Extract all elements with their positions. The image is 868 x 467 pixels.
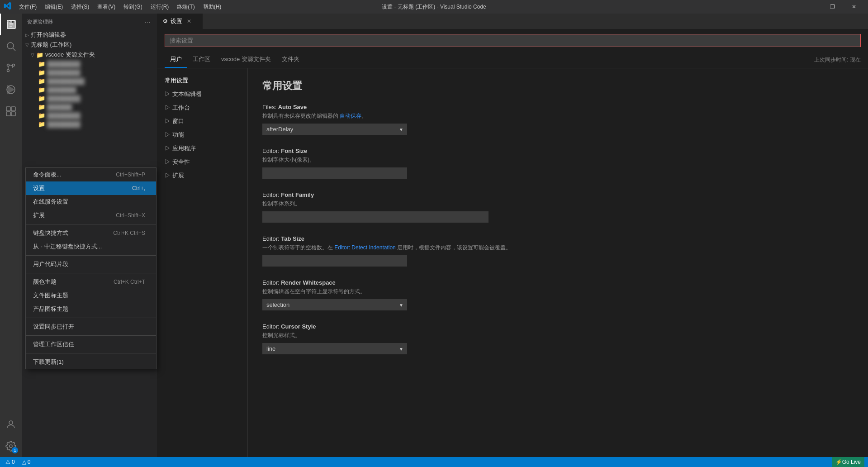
- menu-item-file-icon-theme[interactable]: 文件图标主题: [26, 289, 156, 302]
- tab-folder[interactable]: 文件夹: [276, 52, 305, 68]
- menu-item-sync[interactable]: 设置同步已打开: [26, 320, 156, 334]
- sidebar-item-common-label: 常用设置: [165, 76, 188, 85]
- setting-tab-size-input[interactable]: 4: [262, 255, 407, 267]
- tree-item-6[interactable]: 📁 ██████: [22, 103, 157, 111]
- settings-tab-close[interactable]: ✕: [187, 18, 191, 24]
- activity-run[interactable]: [0, 79, 22, 100]
- open-editors-section[interactable]: ▷ 打开的编辑器: [22, 30, 157, 40]
- sidebar-item-text-editor[interactable]: ▷ 文本编辑器: [157, 87, 247, 101]
- sidebar-header: 资源管理器 ···: [22, 14, 157, 30]
- tree-item-4[interactable]: 📁 ███████: [22, 86, 157, 94]
- status-errors[interactable]: ⚠ 0: [4, 459, 17, 465]
- setting-cursor-style-select-container: line block underline line-thin block-out…: [262, 343, 407, 354]
- activity-extensions[interactable]: [0, 100, 22, 122]
- menu-edit[interactable]: 编辑(E): [41, 2, 66, 12]
- titlebar-left: 文件(F) 编辑(E) 选择(S) 查看(V) 转到(G) 运行(R) 终端(T…: [4, 2, 225, 12]
- menu-item-extensions[interactable]: 扩展 Ctrl+Shift+X: [26, 209, 156, 222]
- tree-item-1[interactable]: 📁 ████████: [22, 60, 157, 68]
- tab-user[interactable]: 用户: [165, 52, 187, 68]
- close-button[interactable]: ✕: [844, 0, 864, 14]
- minimize-button[interactable]: —: [800, 0, 821, 14]
- settings-tabs: 用户 工作区 vscode 资源文件夹 文件夹 上次同步时间: 现在: [157, 52, 868, 68]
- main-layout: 1 资源管理器 ··· ▷ 打开的编辑器 ▽ 无标题 (工作区) ▽ 📁 vsc…: [0, 14, 868, 457]
- sidebar-item-features[interactable]: ▷ 功能: [157, 128, 247, 142]
- setting-cursor-style-label: Editor: Cursor Style: [262, 323, 854, 330]
- setting-cursor-style-label-strong: Cursor Style: [281, 323, 316, 330]
- sidebar-item-window[interactable]: ▷ 窗口: [157, 114, 247, 128]
- settings-search-bar: [157, 29, 868, 52]
- setting-render-ws-select-container: none boundary selection trailing all ▼: [262, 299, 407, 310]
- activity-settings[interactable]: 1: [0, 435, 22, 457]
- sidebar-item-common[interactable]: 常用设置: [157, 74, 247, 87]
- menu-terminal[interactable]: 终端(T): [173, 2, 198, 12]
- tab-workspace[interactable]: 工作区: [187, 52, 216, 68]
- svg-rect-9: [11, 107, 15, 111]
- activity-accounts[interactable]: [0, 414, 22, 435]
- workspace-label: 无标题 (工作区): [31, 41, 71, 49]
- activity-source-control[interactable]: [0, 57, 22, 79]
- tab-vscode-folder[interactable]: vscode 资源文件夹: [216, 52, 276, 68]
- settings-search-input[interactable]: [165, 34, 861, 47]
- menu-run[interactable]: 运行(R): [147, 2, 173, 12]
- setting-auto-save-select[interactable]: off afterDelay onFocusChange onWindowCha…: [262, 124, 407, 135]
- titlebar: 文件(F) 编辑(E) 选择(S) 查看(V) 转到(G) 运行(R) 终端(T…: [0, 0, 868, 14]
- setting-tab-size: Editor: Tab Size 一个制表符等于的空格数。在 Editor: D…: [262, 235, 854, 267]
- sidebar-more-icon[interactable]: ···: [144, 17, 152, 26]
- menu-item-keyboard[interactable]: 键盘快捷方式 Ctrl+K Ctrl+S: [26, 226, 156, 240]
- setting-auto-save-select-container: off afterDelay onFocusChange onWindowCha…: [262, 124, 407, 135]
- setting-font-family-input[interactable]: Consolas, 'Courier New', monospace: [262, 211, 489, 223]
- sidebar-item-security[interactable]: ▷ 安全性: [157, 155, 247, 169]
- menu-item-color-theme[interactable]: 颜色主题 Ctrl+K Ctrl+T: [26, 275, 156, 289]
- tree-item-8[interactable]: 📁 ████████: [22, 120, 157, 129]
- status-warnings[interactable]: △ 0: [20, 459, 33, 465]
- tree-item-7[interactable]: 📁 ████████: [22, 111, 157, 120]
- tree-item-5[interactable]: 📁 ████████: [22, 94, 157, 103]
- titlebar-menu: 文件(F) 编辑(E) 选择(S) 查看(V) 转到(G) 运行(R) 终端(T…: [15, 2, 225, 12]
- go-live-button[interactable]: ⚡ Go Live: [832, 457, 864, 467]
- menu-item-migrate-kb[interactable]: 从 - 中迁移键盘快捷方式...: [26, 240, 156, 253]
- svg-rect-10: [6, 112, 10, 116]
- menu-file[interactable]: 文件(F): [15, 2, 40, 12]
- setting-font-size-input[interactable]: 14: [262, 167, 407, 179]
- maximize-button[interactable]: ❐: [822, 0, 843, 14]
- menu-item-workspace-trust[interactable]: 管理工作区信任: [26, 338, 156, 351]
- vscode-folder[interactable]: ▽ 📁 vscode 资源文件夹: [22, 50, 157, 60]
- tree-item-2[interactable]: 📁 ████████: [22, 68, 157, 77]
- menu-view[interactable]: 查看(V): [94, 2, 119, 12]
- menu-item-online-services[interactable]: 在线服务设置: [26, 195, 156, 209]
- separator-1: [26, 224, 156, 224]
- workspace-section[interactable]: ▽ 无标题 (工作区): [22, 40, 157, 50]
- setting-cursor-style-select[interactable]: line block underline line-thin block-out…: [262, 343, 407, 354]
- settings-tab[interactable]: ⚙ 设置 ✕: [157, 14, 203, 29]
- tree-label-7: ████████: [47, 112, 81, 119]
- tree-item-3[interactable]: 📁 █████████: [22, 77, 157, 86]
- menu-select[interactable]: 选择(S): [67, 2, 93, 12]
- sidebar-item-workbench[interactable]: ▷ 工作台: [157, 101, 247, 114]
- sidebar-title: 资源管理器: [27, 19, 53, 25]
- setting-render-whitespace-select[interactable]: none boundary selection trailing all: [262, 299, 407, 310]
- setting-render-ws-label-strong: Render Whitespace: [281, 279, 336, 286]
- sidebar-item-extensions[interactable]: ▷ 扩展: [157, 169, 247, 182]
- open-editors-label: 打开的编辑器: [31, 31, 66, 39]
- menu-item-snippets[interactable]: 用户代码片段: [26, 257, 156, 271]
- setting-auto-save: Files: Auto Save 控制具有未保存更改的编辑器的 自动保存。 of…: [262, 104, 854, 135]
- titlebar-title: 设置 - 无标题 (工作区) - Visual Studio Code: [382, 3, 486, 11]
- activity-explorer[interactable]: [0, 14, 22, 35]
- folder-icon-2: 📁: [38, 69, 45, 76]
- activity-search[interactable]: [0, 35, 22, 57]
- menu-item-color-shortcut: Ctrl+K Ctrl+T: [114, 279, 145, 285]
- menu-item-product-icon[interactable]: 产品图标主题: [26, 302, 156, 316]
- sidebar-item-application[interactable]: ▷ 应用程序: [157, 142, 247, 155]
- status-bar-left: ⚠ 0 △ 0: [4, 459, 32, 465]
- menu-item-settings[interactable]: 设置 Ctrl+,: [26, 181, 156, 195]
- menu-goto[interactable]: 转到(G): [120, 2, 146, 12]
- menu-item-download-update[interactable]: 下载更新(1): [26, 355, 156, 369]
- detect-indentation-link[interactable]: Editor: Detect Indentation: [334, 244, 395, 251]
- menu-item-command-palette[interactable]: 命令面板... Ctrl+Shift+P: [26, 168, 156, 181]
- setting-auto-save-desc: 控制具有未保存更改的编辑器的 自动保存。: [262, 112, 854, 120]
- setting-auto-save-label-strong: Auto Save: [278, 104, 307, 110]
- menu-help[interactable]: 帮助(H): [199, 2, 225, 12]
- separator-3: [26, 273, 156, 273]
- auto-save-link[interactable]: 自动保存: [340, 113, 361, 119]
- separator-6: [26, 353, 156, 353]
